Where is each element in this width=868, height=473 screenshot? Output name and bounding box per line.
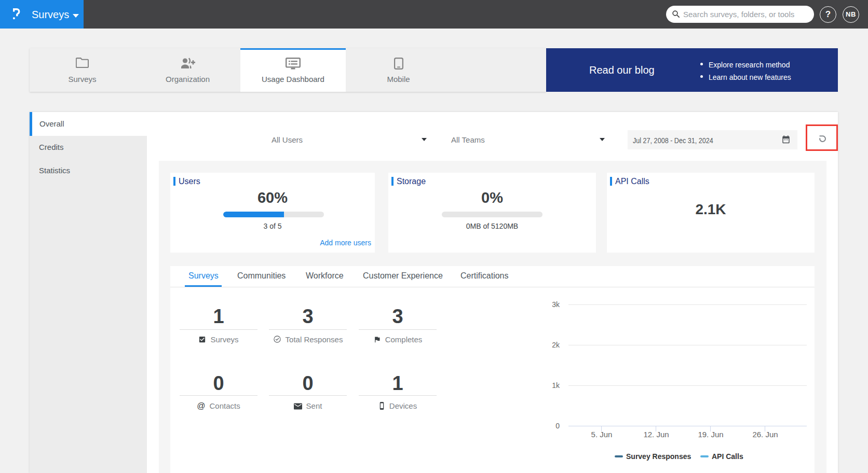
svg-text:3k: 3k (552, 300, 560, 309)
svg-text:19. Jun: 19. Jun (698, 430, 723, 439)
svg-text:0: 0 (555, 422, 560, 430)
svg-text:5. Jun: 5. Jun (591, 430, 613, 439)
svg-text:2k: 2k (552, 341, 560, 349)
svg-text:26. Jun: 26. Jun (752, 430, 778, 439)
svg-text:API Calls: API Calls (712, 452, 743, 461)
svg-text:Survey Responses: Survey Responses (626, 452, 691, 461)
svg-text:12. Jun: 12. Jun (643, 430, 669, 439)
svg-text:1k: 1k (552, 381, 560, 389)
